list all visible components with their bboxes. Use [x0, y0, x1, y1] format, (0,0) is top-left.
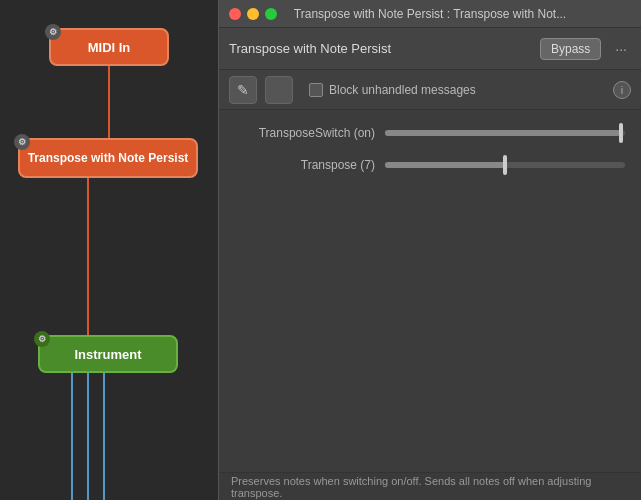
info-icon: i — [621, 84, 623, 96]
connections-svg — [0, 0, 218, 500]
transposeswitch-thumb — [619, 123, 623, 143]
node-graph: ⚙ MIDI In ⚙ Transpose with Note Persist … — [0, 0, 218, 500]
midi-in-icon: ⚙ — [45, 24, 61, 40]
maximize-button[interactable] — [265, 8, 277, 20]
transpose-node[interactable]: ⚙ Transpose with Note Persist — [18, 138, 198, 178]
plugin-name-label: Transpose with Note Persist — [229, 41, 530, 56]
transpose-fill — [385, 162, 505, 168]
transpose-label: Transpose with Note Persist — [22, 151, 195, 165]
plugin-toolbar: ✎ Block unhandled messages i — [219, 70, 641, 110]
edit-button[interactable]: ✎ — [229, 76, 257, 104]
status-bar: Preserves notes when switching on/off. S… — [219, 472, 641, 500]
instrument-label: Instrument — [74, 347, 141, 362]
edit-icon: ✎ — [237, 82, 249, 98]
param-row-transposeswitch: TransposeSwitch (on) — [235, 126, 625, 140]
transpose-param-label: Transpose (7) — [235, 158, 375, 172]
midi-in-node[interactable]: ⚙ MIDI In — [49, 28, 169, 66]
block-unhandled-label: Block unhandled messages — [329, 83, 476, 97]
instrument-icon: ⚙ — [34, 331, 50, 347]
transpose-slider[interactable] — [385, 162, 625, 168]
transpose-thumb — [503, 155, 507, 175]
window-title: Transpose with Note Persist : Transpose … — [294, 7, 566, 21]
status-text: Preserves notes when switching on/off. S… — [231, 475, 629, 499]
plugin-panel: Transpose with Note Persist : Transpose … — [218, 0, 641, 500]
block-unhandled-group: Block unhandled messages — [309, 83, 476, 97]
instrument-node[interactable]: ⚙ Instrument — [38, 335, 178, 373]
more-button[interactable]: ··· — [611, 39, 631, 59]
close-button[interactable] — [229, 8, 241, 20]
plugin-header: Transpose with Note Persist Bypass ··· — [219, 28, 641, 70]
transposeswitch-fill — [385, 130, 620, 136]
title-bar: Transpose with Note Persist : Transpose … — [219, 0, 641, 28]
transpose-icon: ⚙ — [14, 134, 30, 150]
plugin-content: TransposeSwitch (on) Transpose (7) — [219, 110, 641, 472]
transposeswitch-label: TransposeSwitch (on) — [235, 126, 375, 140]
block-unhandled-checkbox[interactable] — [309, 83, 323, 97]
param-row-transpose: Transpose (7) — [235, 158, 625, 172]
info-button[interactable]: i — [613, 81, 631, 99]
midi-in-label: MIDI In — [88, 40, 131, 55]
window-controls — [229, 8, 277, 20]
bypass-button[interactable]: Bypass — [540, 38, 601, 60]
transposeswitch-slider[interactable] — [385, 130, 625, 136]
box-button[interactable] — [265, 76, 293, 104]
minimize-button[interactable] — [247, 8, 259, 20]
